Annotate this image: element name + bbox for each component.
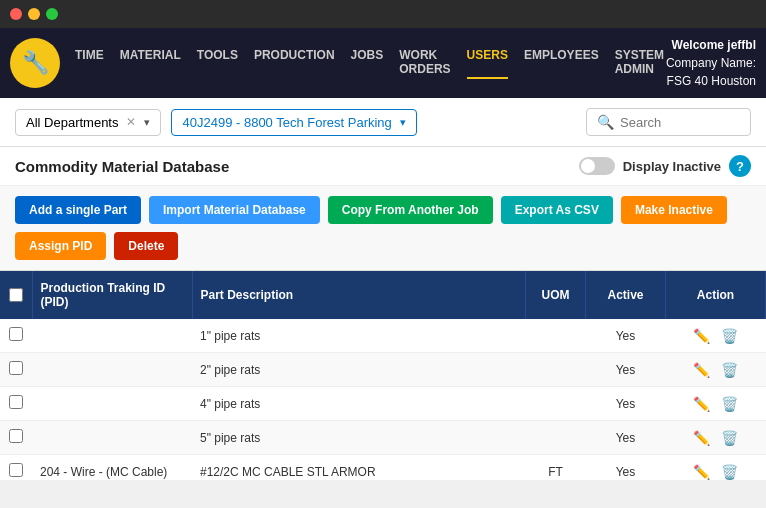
company-name: Company Name: FSG 40 Houston (664, 54, 756, 90)
table-row: 4" pipe rats Yes ✏️ 🗑️ (0, 387, 766, 421)
row-checkbox-cell (0, 455, 32, 481)
navbar: 🔧 TIME MATERIAL TOOLS PRODUCTION JOBS WO… (0, 28, 766, 98)
row-action-cell: ✏️ 🗑️ (666, 421, 766, 455)
delete-icon-2[interactable]: 🗑️ (721, 396, 738, 412)
row-checkbox-cell (0, 387, 32, 421)
th-pid: Production Traking ID (PID) (32, 271, 192, 319)
delete-icon-1[interactable]: 🗑️ (721, 362, 738, 378)
close-button[interactable] (10, 8, 22, 20)
display-inactive-row: Display Inactive ? (579, 155, 751, 177)
row-action-cell: ✏️ 🗑️ (666, 387, 766, 421)
add-single-part-button[interactable]: Add a single Part (15, 196, 141, 224)
department-arrow-icon[interactable]: ▾ (144, 116, 150, 129)
department-label: All Departments (26, 115, 118, 130)
title-bar (0, 0, 766, 28)
copy-from-job-button[interactable]: Copy From Another Job (328, 196, 493, 224)
row-desc: 1" pipe rats (192, 319, 526, 353)
maximize-button[interactable] (46, 8, 58, 20)
row-checkbox-0[interactable] (9, 327, 23, 341)
row-desc: #12/2C MC CABLE STL ARMOR (192, 455, 526, 481)
row-desc: 2" pipe rats (192, 353, 526, 387)
department-select[interactable]: All Departments ✕ ▾ (15, 109, 161, 136)
row-pid (32, 421, 192, 455)
row-checkbox-cell (0, 353, 32, 387)
row-action-cell: ✏️ 🗑️ (666, 319, 766, 353)
th-action: Action (666, 271, 766, 319)
nav-workorders[interactable]: WORK ORDERS (399, 48, 450, 79)
edit-icon-3[interactable]: ✏️ (693, 430, 710, 446)
row-checkbox-1[interactable] (9, 361, 23, 375)
search-icon: 🔍 (597, 114, 614, 130)
edit-icon-4[interactable]: ✏️ (693, 464, 710, 480)
export-csv-button[interactable]: Export As CSV (501, 196, 613, 224)
minimize-button[interactable] (28, 8, 40, 20)
job-label: 40J2499 - 8800 Tech Forest Parking (182, 115, 391, 130)
nav-time[interactable]: TIME (75, 48, 104, 79)
make-inactive-button[interactable]: Make Inactive (621, 196, 727, 224)
edit-icon-0[interactable]: ✏️ (693, 328, 710, 344)
row-pid (32, 387, 192, 421)
material-table: Production Traking ID (PID) Part Descrip… (0, 271, 766, 480)
row-uom (526, 353, 586, 387)
table-container: Production Traking ID (PID) Part Descrip… (0, 271, 766, 480)
row-checkbox-2[interactable] (9, 395, 23, 409)
delete-button[interactable]: Delete (114, 232, 178, 260)
delete-icon-3[interactable]: 🗑️ (721, 430, 738, 446)
row-desc: 5" pipe rats (192, 421, 526, 455)
row-checkbox-3[interactable] (9, 429, 23, 443)
row-pid (32, 353, 192, 387)
row-active: Yes (586, 421, 666, 455)
row-active: Yes (586, 353, 666, 387)
table-row: 1" pipe rats Yes ✏️ 🗑️ (0, 319, 766, 353)
assign-pid-button[interactable]: Assign PID (15, 232, 106, 260)
table-row: 5" pipe rats Yes ✏️ 🗑️ (0, 421, 766, 455)
action-buttons-bar: Add a single Part Import Material Databa… (0, 186, 766, 271)
nav-employees[interactable]: EMPLOYEES (524, 48, 599, 79)
th-desc: Part Description (192, 271, 526, 319)
welcome-section: Welcome jeffbl Company Name: FSG 40 Hous… (664, 36, 756, 90)
search-input[interactable] (620, 115, 740, 130)
select-all-checkbox[interactable] (9, 288, 23, 302)
job-arrow-icon[interactable]: ▾ (400, 116, 406, 129)
table-header-row: Production Traking ID (PID) Part Descrip… (0, 271, 766, 319)
row-pid (32, 319, 192, 353)
page-title: Commodity Material Database (15, 158, 229, 175)
row-desc: 4" pipe rats (192, 387, 526, 421)
help-button[interactable]: ? (729, 155, 751, 177)
logo: 🔧 (10, 38, 60, 88)
nav-material[interactable]: MATERIAL (120, 48, 181, 79)
edit-icon-1[interactable]: ✏️ (693, 362, 710, 378)
table-body: 1" pipe rats Yes ✏️ 🗑️ 2" pipe rats Yes … (0, 319, 766, 480)
row-uom: FT (526, 455, 586, 481)
row-active: Yes (586, 319, 666, 353)
search-box: 🔍 (586, 108, 751, 136)
job-select[interactable]: 40J2499 - 8800 Tech Forest Parking ▾ (171, 109, 416, 136)
row-checkbox-cell (0, 421, 32, 455)
table-row: 204 - Wire - (MC Cable) #12/2C MC CABLE … (0, 455, 766, 481)
th-active: Active (586, 271, 666, 319)
nav-jobs[interactable]: JOBS (351, 48, 384, 79)
nav-system-admin[interactable]: SYSTEM ADMIN (615, 48, 664, 79)
toolbar-row: All Departments ✕ ▾ 40J2499 - 8800 Tech … (0, 98, 766, 147)
nav-users[interactable]: USERS (467, 48, 508, 79)
display-inactive-label: Display Inactive (623, 159, 721, 174)
row-uom (526, 387, 586, 421)
welcome-text: Welcome jeffbl (664, 36, 756, 54)
nav-tools[interactable]: TOOLS (197, 48, 238, 79)
display-inactive-toggle[interactable] (579, 157, 615, 175)
row-action-cell: ✏️ 🗑️ (666, 455, 766, 481)
row-action-cell: ✏️ 🗑️ (666, 353, 766, 387)
row-uom (526, 319, 586, 353)
department-clear-icon[interactable]: ✕ (126, 115, 136, 129)
import-material-button[interactable]: Import Material Database (149, 196, 320, 224)
table-row: 2" pipe rats Yes ✏️ 🗑️ (0, 353, 766, 387)
delete-icon-4[interactable]: 🗑️ (721, 464, 738, 480)
row-active: Yes (586, 387, 666, 421)
edit-icon-2[interactable]: ✏️ (693, 396, 710, 412)
row-pid: 204 - Wire - (MC Cable) (32, 455, 192, 481)
row-checkbox-4[interactable] (9, 463, 23, 477)
nav-production[interactable]: PRODUCTION (254, 48, 335, 79)
navbar-links: TIME MATERIAL TOOLS PRODUCTION JOBS WORK… (75, 48, 664, 79)
row-checkbox-cell (0, 319, 32, 353)
delete-icon-0[interactable]: 🗑️ (721, 328, 738, 344)
